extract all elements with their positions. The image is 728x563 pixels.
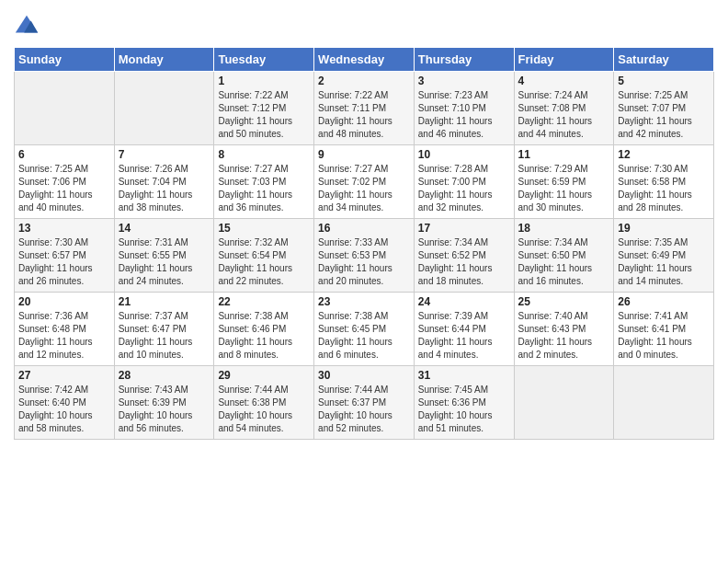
day-number: 17 (418, 222, 510, 235)
day-number: 8 (218, 148, 310, 161)
cell-content: Sunrise: 7:37 AMSunset: 6:47 PMDaylight:… (119, 310, 210, 362)
calendar-header: SundayMondayTuesdayWednesdayThursdayFrid… (15, 48, 714, 72)
day-number: 27 (18, 369, 110, 382)
table-row: 2Sunrise: 7:22 AMSunset: 7:11 PMDaylight… (314, 72, 415, 145)
calendar-body: 1Sunrise: 7:22 AMSunset: 7:12 PMDaylight… (15, 72, 714, 440)
table-row: 7Sunrise: 7:26 AMSunset: 7:04 PMDaylight… (114, 145, 214, 219)
table-row: 25Sunrise: 7:40 AMSunset: 6:43 PMDayligh… (514, 293, 614, 366)
cell-content: Sunrise: 7:29 AMSunset: 6:59 PMDaylight:… (518, 163, 610, 214)
cell-content: Sunrise: 7:22 AMSunset: 7:12 PMDaylight:… (218, 89, 310, 141)
day-number: 22 (218, 295, 310, 308)
day-number: 7 (119, 148, 210, 161)
cell-content: Sunrise: 7:32 AMSunset: 6:54 PMDaylight:… (218, 236, 310, 288)
cell-content: Sunrise: 7:40 AMSunset: 6:43 PMDaylight:… (518, 310, 610, 362)
cell-content: Sunrise: 7:44 AMSunset: 6:38 PMDaylight:… (218, 384, 310, 435)
day-number: 23 (318, 295, 410, 308)
page-header (14, 9, 714, 40)
table-row: 6Sunrise: 7:25 AMSunset: 7:06 PMDaylight… (15, 145, 115, 219)
cell-content: Sunrise: 7:44 AMSunset: 6:37 PMDaylight:… (318, 384, 410, 435)
table-row: 21Sunrise: 7:37 AMSunset: 6:47 PMDayligh… (114, 293, 214, 366)
table-row: 30Sunrise: 7:44 AMSunset: 6:37 PMDayligh… (314, 366, 415, 440)
calendar-table: SundayMondayTuesdayWednesdayThursdayFrid… (14, 47, 714, 440)
week-row-3: 20Sunrise: 7:36 AMSunset: 6:48 PMDayligh… (15, 293, 714, 366)
table-row: 29Sunrise: 7:44 AMSunset: 6:38 PMDayligh… (214, 366, 314, 440)
cell-content: Sunrise: 7:22 AMSunset: 7:11 PMDaylight:… (318, 89, 410, 141)
table-row: 13Sunrise: 7:30 AMSunset: 6:57 PMDayligh… (15, 219, 115, 293)
cell-content: Sunrise: 7:35 AMSunset: 6:49 PMDaylight:… (618, 236, 710, 288)
logo (14, 14, 43, 40)
header-day-saturday: Saturday (614, 48, 714, 72)
table-row: 26Sunrise: 7:41 AMSunset: 6:41 PMDayligh… (614, 293, 714, 366)
cell-content: Sunrise: 7:43 AMSunset: 6:39 PMDaylight:… (119, 384, 210, 435)
cell-content: Sunrise: 7:30 AMSunset: 6:57 PMDaylight:… (18, 236, 110, 288)
cell-content: Sunrise: 7:34 AMSunset: 6:52 PMDaylight:… (418, 236, 510, 288)
day-number: 14 (119, 222, 210, 235)
cell-content: Sunrise: 7:23 AMSunset: 7:10 PMDaylight:… (418, 89, 510, 141)
table-row: 10Sunrise: 7:28 AMSunset: 7:00 PMDayligh… (414, 145, 514, 219)
table-row (15, 72, 115, 145)
day-number: 9 (318, 148, 410, 161)
day-number: 1 (218, 75, 310, 87)
cell-content: Sunrise: 7:30 AMSunset: 6:58 PMDaylight:… (618, 163, 710, 214)
day-number: 2 (318, 75, 410, 87)
day-number: 19 (618, 222, 710, 235)
table-row: 27Sunrise: 7:42 AMSunset: 6:40 PMDayligh… (15, 366, 115, 440)
logo-icon (14, 14, 40, 40)
header-day-wednesday: Wednesday (314, 48, 415, 72)
table-row: 11Sunrise: 7:29 AMSunset: 6:59 PMDayligh… (514, 145, 614, 219)
cell-content: Sunrise: 7:38 AMSunset: 6:45 PMDaylight:… (318, 310, 410, 362)
table-row: 12Sunrise: 7:30 AMSunset: 6:58 PMDayligh… (614, 145, 714, 219)
day-number: 24 (418, 295, 510, 308)
day-number: 16 (318, 222, 410, 235)
week-row-1: 6Sunrise: 7:25 AMSunset: 7:06 PMDaylight… (15, 145, 714, 219)
cell-content: Sunrise: 7:24 AMSunset: 7:08 PMDaylight:… (518, 89, 610, 141)
day-number: 15 (218, 222, 310, 235)
cell-content: Sunrise: 7:36 AMSunset: 6:48 PMDaylight:… (18, 310, 110, 362)
table-row: 17Sunrise: 7:34 AMSunset: 6:52 PMDayligh… (414, 219, 514, 293)
table-row: 31Sunrise: 7:45 AMSunset: 6:36 PMDayligh… (414, 366, 514, 440)
day-number: 6 (18, 148, 110, 161)
table-row: 24Sunrise: 7:39 AMSunset: 6:44 PMDayligh… (414, 293, 514, 366)
day-number: 29 (218, 369, 310, 382)
cell-content: Sunrise: 7:38 AMSunset: 6:46 PMDaylight:… (218, 310, 310, 362)
week-row-2: 13Sunrise: 7:30 AMSunset: 6:57 PMDayligh… (15, 219, 714, 293)
header-day-thursday: Thursday (414, 48, 514, 72)
cell-content: Sunrise: 7:45 AMSunset: 6:36 PMDaylight:… (418, 384, 510, 435)
day-number: 30 (318, 369, 410, 382)
day-number: 10 (418, 148, 510, 161)
cell-content: Sunrise: 7:33 AMSunset: 6:53 PMDaylight:… (318, 236, 410, 288)
table-row: 8Sunrise: 7:27 AMSunset: 7:03 PMDaylight… (214, 145, 314, 219)
cell-content: Sunrise: 7:41 AMSunset: 6:41 PMDaylight:… (618, 310, 710, 362)
table-row: 20Sunrise: 7:36 AMSunset: 6:48 PMDayligh… (15, 293, 115, 366)
day-number: 25 (518, 295, 610, 308)
day-number: 4 (518, 75, 610, 87)
cell-content: Sunrise: 7:42 AMSunset: 6:40 PMDaylight:… (18, 384, 110, 435)
cell-content: Sunrise: 7:34 AMSunset: 6:50 PMDaylight:… (518, 236, 610, 288)
day-number: 3 (418, 75, 510, 87)
day-number: 28 (119, 369, 210, 382)
week-row-0: 1Sunrise: 7:22 AMSunset: 7:12 PMDaylight… (15, 72, 714, 145)
table-row: 15Sunrise: 7:32 AMSunset: 6:54 PMDayligh… (214, 219, 314, 293)
day-number: 5 (618, 75, 710, 87)
table-row: 22Sunrise: 7:38 AMSunset: 6:46 PMDayligh… (214, 293, 314, 366)
day-number: 12 (618, 148, 710, 161)
day-number: 13 (18, 222, 110, 235)
header-day-tuesday: Tuesday (214, 48, 314, 72)
table-row: 3Sunrise: 7:23 AMSunset: 7:10 PMDaylight… (414, 72, 514, 145)
day-number: 20 (18, 295, 110, 308)
table-row: 18Sunrise: 7:34 AMSunset: 6:50 PMDayligh… (514, 219, 614, 293)
header-day-sunday: Sunday (15, 48, 115, 72)
table-row: 5Sunrise: 7:25 AMSunset: 7:07 PMDaylight… (614, 72, 714, 145)
table-row: 28Sunrise: 7:43 AMSunset: 6:39 PMDayligh… (114, 366, 214, 440)
cell-content: Sunrise: 7:39 AMSunset: 6:44 PMDaylight:… (418, 310, 510, 362)
header-row: SundayMondayTuesdayWednesdayThursdayFrid… (15, 48, 714, 72)
day-number: 11 (518, 148, 610, 161)
week-row-4: 27Sunrise: 7:42 AMSunset: 6:40 PMDayligh… (15, 366, 714, 440)
cell-content: Sunrise: 7:31 AMSunset: 6:55 PMDaylight:… (119, 236, 210, 288)
cell-content: Sunrise: 7:26 AMSunset: 7:04 PMDaylight:… (119, 163, 210, 214)
table-row: 9Sunrise: 7:27 AMSunset: 7:02 PMDaylight… (314, 145, 415, 219)
table-row (514, 366, 614, 440)
table-row: 4Sunrise: 7:24 AMSunset: 7:08 PMDaylight… (514, 72, 614, 145)
header-day-friday: Friday (514, 48, 614, 72)
table-row: 23Sunrise: 7:38 AMSunset: 6:45 PMDayligh… (314, 293, 415, 366)
